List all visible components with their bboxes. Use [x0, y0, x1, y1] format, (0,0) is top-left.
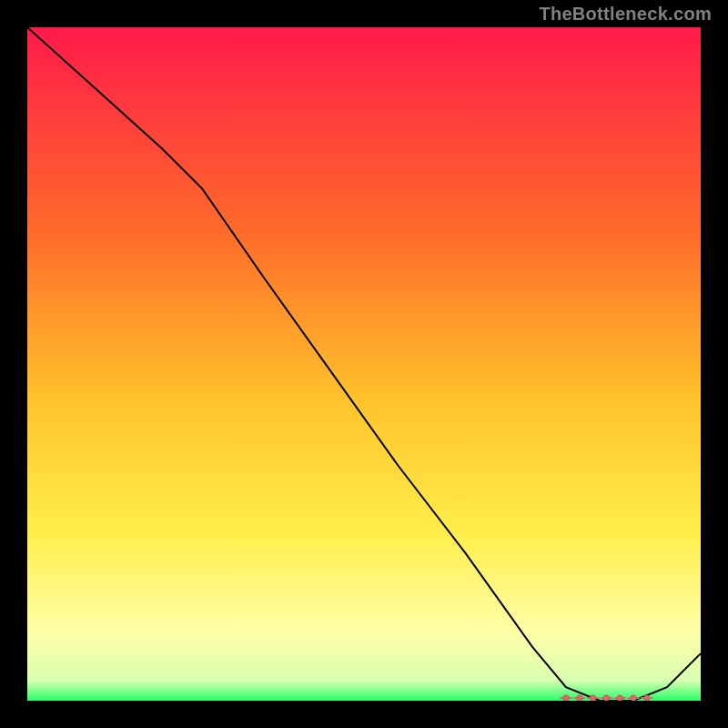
chart-svg: [27, 27, 701, 701]
gradient-background: [27, 27, 701, 701]
optimal-marker-dot: [576, 695, 582, 701]
chart-frame: TheBottleneck.com: [0, 0, 728, 728]
optimal-marker-dot: [643, 695, 650, 701]
optimal-marker-dot: [603, 695, 610, 701]
optimal-marker-dot: [590, 695, 596, 701]
attribution-label: TheBottleneck.com: [539, 4, 712, 25]
optimal-marker-dot: [631, 695, 637, 701]
plot-area: [27, 27, 701, 701]
optimal-marker-dot: [563, 695, 570, 701]
optimal-marker-dot: [617, 695, 623, 701]
